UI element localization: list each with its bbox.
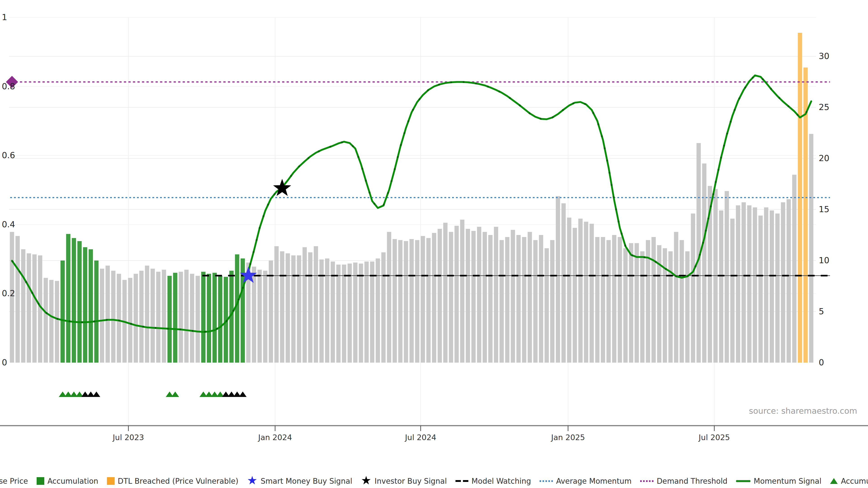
x-axis-tick-label: Jan 2024	[258, 433, 292, 442]
price-bar	[477, 227, 481, 363]
price-bar	[393, 239, 397, 363]
price-bar	[404, 241, 408, 363]
price-bar	[578, 219, 583, 363]
price-bar	[190, 274, 194, 363]
price-bar	[438, 229, 442, 363]
legend-item-investor-buy-signal: ★Investor Buy Signal	[361, 477, 447, 486]
price-bar	[364, 262, 369, 363]
price-bar	[128, 278, 132, 363]
price-bar	[494, 227, 498, 363]
price-bar	[533, 240, 537, 363]
left-axis-tick-label: 0.2	[2, 289, 15, 298]
price-bar	[528, 232, 532, 363]
price-bar	[483, 232, 487, 363]
price-bar	[353, 263, 358, 363]
price-bar	[16, 236, 20, 363]
legend-marker-star-icon: ★	[247, 477, 258, 484]
price-bar	[449, 232, 453, 363]
price-bar	[505, 237, 509, 363]
price-bar	[584, 222, 588, 363]
price-bar	[72, 238, 76, 363]
price-bar	[719, 210, 723, 363]
price-bar	[133, 274, 138, 363]
price-bar	[556, 196, 560, 363]
price-bar	[612, 235, 616, 363]
legend-marker-dots-icon	[640, 480, 653, 482]
price-bar	[100, 269, 104, 363]
price-bar	[105, 266, 110, 363]
price-bar	[207, 274, 211, 363]
price-bar	[674, 232, 678, 363]
price-bar	[308, 252, 312, 363]
price-bar	[173, 273, 178, 363]
price-bar	[786, 199, 791, 363]
legend-item-average-momentum: Average Momentum	[539, 477, 631, 486]
price-bar	[297, 255, 301, 363]
price-bar	[381, 252, 385, 363]
price-bar	[195, 276, 200, 363]
accumulation-markers	[59, 392, 247, 397]
legend-marker-star-icon: ★	[361, 477, 371, 484]
right-axis-tick-label: 0	[819, 358, 824, 367]
price-bar	[21, 249, 25, 363]
accumulation-triangle	[171, 392, 179, 397]
price-bar	[500, 240, 504, 363]
price-bar	[49, 280, 54, 363]
price-bar	[61, 260, 65, 363]
price-bar	[432, 233, 436, 363]
price-bar	[336, 265, 341, 363]
price-bar	[466, 229, 470, 363]
price-bar	[167, 276, 172, 363]
legend-item-dtl-breached-price-vulnerable: DTL Breached (Price Vulnerable)	[107, 477, 239, 486]
price-bar	[764, 207, 768, 363]
price-bar	[590, 224, 594, 363]
price-bar	[511, 230, 515, 363]
price-bar	[573, 228, 577, 363]
legend-label: Investor Buy Signal	[375, 477, 447, 486]
price-bar	[640, 251, 645, 363]
right-axis-tick-label: 15	[819, 204, 829, 214]
price-bar	[43, 278, 48, 363]
price-bar	[303, 247, 307, 363]
legend-label: Average Momentum	[556, 477, 631, 486]
price-bar	[331, 262, 335, 363]
price-bar	[680, 240, 684, 363]
price-bar	[730, 219, 735, 363]
left-axis-tick-label: 0.8	[2, 82, 15, 91]
legend-label: Model Watching	[471, 477, 531, 486]
price-bar	[286, 253, 290, 363]
price-bar	[179, 272, 183, 363]
price-bar	[370, 262, 374, 363]
source-note: source: sharemaestro.com	[749, 406, 857, 416]
legend-label: Accumulation	[48, 477, 98, 486]
chart-page: Jul 2023Jan 2024Jul 2024Jan 2025Jul 2025…	[0, 0, 868, 488]
legend-item-model-watching: Model Watching	[456, 477, 531, 486]
price-bar	[753, 207, 757, 363]
left-axis-tick-label: 1	[2, 12, 7, 22]
legend-label: Close Price	[0, 477, 28, 486]
price-bar	[742, 202, 746, 363]
price-bar	[725, 191, 729, 363]
price-bar	[348, 264, 352, 363]
price-bar	[567, 218, 571, 363]
price-bar	[443, 223, 447, 363]
price-bar	[291, 255, 296, 363]
price-bar	[629, 243, 633, 363]
price-bar	[634, 243, 639, 363]
legend-marker-dots-icon	[539, 480, 553, 482]
price-bar	[32, 254, 37, 363]
price-bar	[342, 265, 346, 363]
price-momentum-chart: Jul 2023Jan 2024Jul 2024Jan 2025Jul 2025…	[0, 0, 868, 488]
price-bar	[27, 253, 31, 363]
legend-marker-square-icon	[107, 477, 115, 485]
x-axis-tick-label: Jan 2025	[551, 433, 585, 442]
price-bar	[117, 274, 121, 363]
price-bar	[398, 240, 403, 363]
price-bar	[517, 235, 521, 363]
price-bar	[702, 164, 706, 363]
left-axis-tick-label: 0	[2, 358, 7, 367]
x-axis-tick-label: Jul 2024	[405, 433, 436, 442]
price-bar	[213, 273, 217, 363]
price-bar	[775, 214, 780, 363]
left-axis-tick-label: 0.4	[2, 220, 15, 229]
